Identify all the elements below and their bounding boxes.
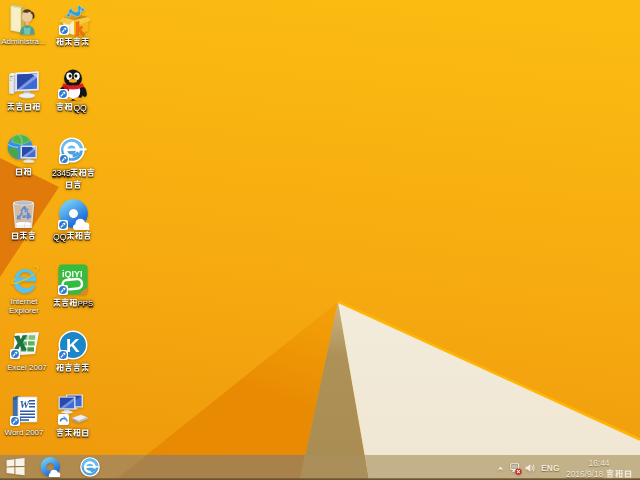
svg-text:QQ: QQ — [53, 232, 67, 242]
svg-text:K: K — [66, 335, 80, 356]
svg-text:2345: 2345 — [52, 168, 71, 178]
svg-text:PPS: PPS — [77, 299, 92, 308]
svg-text:W: W — [20, 398, 31, 410]
svg-text:iQIYI: iQIYI — [62, 269, 83, 279]
svg-text:QQ: QQ — [73, 103, 87, 113]
